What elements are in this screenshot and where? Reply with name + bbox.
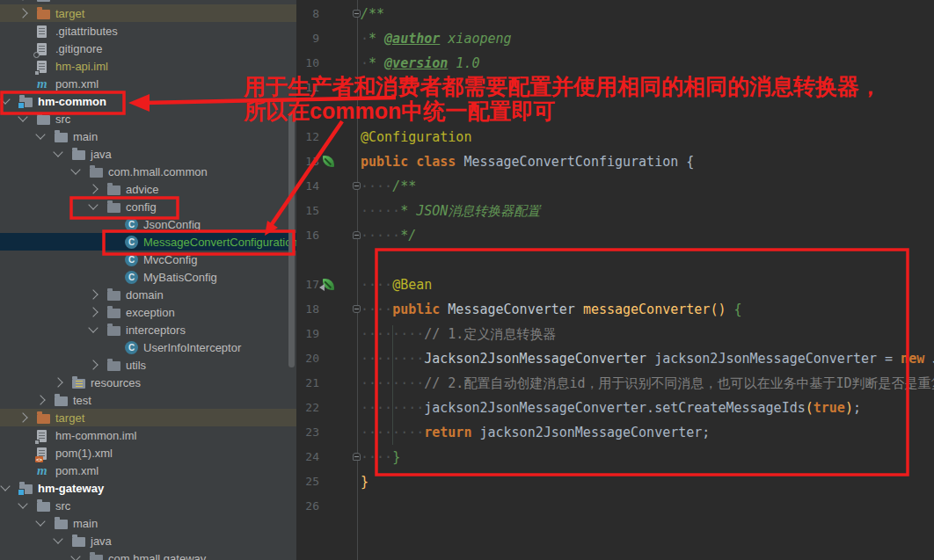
tree-item-target[interactable]: target bbox=[0, 4, 296, 22]
tree-item-src[interactable]: src bbox=[0, 497, 296, 514]
chevron-right-icon[interactable] bbox=[18, 412, 27, 422]
chevron-right-icon[interactable] bbox=[18, 0, 27, 1]
excluded-folder-icon bbox=[37, 10, 50, 19]
chevron-right-icon[interactable] bbox=[88, 289, 98, 299]
tree-item-label: main bbox=[73, 130, 98, 143]
spring-bean-icon[interactable] bbox=[323, 156, 334, 167]
chevron-down-icon[interactable] bbox=[88, 323, 98, 332]
spring-bean-icon[interactable] bbox=[323, 279, 334, 290]
tree-item-label: interceptors bbox=[126, 324, 186, 337]
tree-item-interceptors[interactable]: interceptors bbox=[0, 321, 296, 338]
tree-item-label: hm-common bbox=[38, 95, 106, 108]
tree-item-label: target bbox=[55, 7, 84, 20]
tree-item-domain[interactable]: domain bbox=[0, 286, 296, 303]
chevron-right-icon[interactable] bbox=[88, 184, 98, 193]
tree-item-messageconvertconfiguration[interactable]: CMessageConvertConfiguration bbox=[0, 233, 296, 251]
tree-item-jsonconfig[interactable]: CJsonConfig bbox=[0, 215, 296, 233]
tree-item-config[interactable]: config bbox=[0, 198, 296, 215]
folder-icon bbox=[72, 150, 85, 160]
chevron-right-icon[interactable] bbox=[18, 8, 27, 18]
tree-item-.gitignore[interactable]: .gitignore bbox=[0, 40, 296, 57]
package-folder-icon bbox=[90, 555, 103, 560]
tree-item-test[interactable]: test bbox=[0, 391, 296, 409]
tree-item-label: UserInfoInterceptor bbox=[143, 341, 241, 354]
code-line-19[interactable]: 19········// 1.定义消息转换器 bbox=[296, 322, 934, 346]
code-line-21[interactable]: 21········// 2.配置自动创建消息id，用于识别不同消息，也可以在业… bbox=[296, 371, 934, 396]
tree-item-label: .gitattributes bbox=[55, 25, 118, 38]
tree-item-pom-1-.xml[interactable]: pom(1).xml bbox=[0, 444, 296, 462]
tree-item-utils[interactable]: utils bbox=[0, 356, 296, 374]
code-line-11[interactable]: 11 bbox=[296, 76, 934, 100]
tree-item-main[interactable]: main bbox=[0, 514, 296, 532]
fold-marker-icon[interactable] bbox=[353, 231, 361, 239]
code-line-16[interactable]: 16·····*/ bbox=[296, 223, 934, 248]
code-line-8[interactable]: 8/** bbox=[296, 2, 934, 26]
tree-item-hm-common.iml[interactable]: hm-common.iml bbox=[0, 426, 296, 444]
chevron-down-icon[interactable] bbox=[70, 551, 80, 560]
tree-item-label: hm-gateway bbox=[38, 482, 104, 495]
fold-marker-icon[interactable] bbox=[353, 305, 361, 313]
chevron-down-icon[interactable] bbox=[0, 94, 10, 104]
tree-item-userinfointerceptor[interactable]: CUserInfoInterceptor bbox=[0, 338, 296, 356]
tree-item-hm-common[interactable]: hm-common bbox=[0, 92, 296, 110]
folder-icon bbox=[55, 520, 68, 529]
tree-item-resources[interactable]: resources bbox=[0, 374, 296, 391]
tree-item-java[interactable]: java bbox=[0, 145, 296, 163]
tree-item-pom.xml[interactable]: mpom.xml bbox=[0, 462, 296, 479]
tree-item-pom.xml[interactable]: mpom.xml bbox=[0, 75, 296, 92]
tree-scrollbar[interactable] bbox=[288, 113, 295, 367]
code-line-10[interactable]: 10·* @version 1.0 bbox=[296, 51, 934, 76]
line-number: 15 bbox=[296, 199, 319, 223]
tree-item-label: target bbox=[55, 411, 84, 425]
code-line-26[interactable]: 26 bbox=[296, 494, 934, 519]
fold-marker-icon[interactable] bbox=[353, 10, 361, 18]
code-line-25[interactable]: 25} bbox=[296, 469, 934, 494]
code-line-15[interactable]: 15·····* JSON消息转换器配置 bbox=[296, 199, 934, 223]
chevron-down-icon[interactable] bbox=[88, 200, 98, 209]
chevron-right-icon[interactable] bbox=[53, 377, 62, 387]
chevron-down-icon[interactable] bbox=[18, 498, 27, 508]
tree-item-main[interactable]: main bbox=[0, 127, 296, 145]
line-number: 26 bbox=[296, 494, 319, 519]
code-line-22[interactable]: 22········jackson2JsonMessageConverter.s… bbox=[296, 396, 934, 420]
code-line-20[interactable]: 20········Jackson2JsonMessageConverter j… bbox=[296, 346, 934, 371]
chevron-right-icon[interactable] bbox=[35, 395, 45, 404]
chevron-down-icon[interactable] bbox=[53, 534, 62, 543]
line-number: 21 bbox=[296, 371, 319, 396]
tree-item-hm-api.iml[interactable]: hm-api.iml bbox=[0, 57, 296, 75]
code-editor-panel[interactable]: 8/**9·* @author xiaopeng10·* @version 1.… bbox=[296, 0, 934, 560]
chevron-down-icon[interactable] bbox=[35, 516, 45, 526]
tree-item-hm-gateway[interactable]: hm-gateway bbox=[0, 479, 296, 497]
chevron-down-icon[interactable] bbox=[35, 129, 45, 139]
code-line-24[interactable]: 24····} bbox=[296, 445, 934, 469]
code-line-23[interactable]: 23········return jackson2JsonMessageConv… bbox=[296, 420, 934, 445]
tree-item-com.hmall.common[interactable]: com.hmall.common bbox=[0, 163, 296, 180]
code-line-13[interactable]: 13public class MessageConvertConfigurati… bbox=[296, 149, 934, 174]
code-line-12[interactable]: 12@Configuration bbox=[296, 125, 934, 149]
code-line-17[interactable]: 17····@Bean bbox=[296, 273, 934, 297]
tree-item-com.hmall.gateway[interactable]: com.hmall.gateway bbox=[0, 549, 296, 560]
tree-item-label: utils bbox=[126, 359, 146, 372]
chevron-right-icon[interactable] bbox=[88, 307, 98, 316]
code-line-14[interactable]: 14····/** bbox=[296, 174, 934, 199]
chevron-down-icon[interactable] bbox=[53, 147, 62, 156]
chevron-down-icon[interactable] bbox=[70, 164, 80, 174]
package-folder-icon bbox=[107, 291, 120, 301]
tree-item-exception[interactable]: exception bbox=[0, 303, 296, 321]
line-number: 18 bbox=[296, 297, 319, 322]
tree-item-java[interactable]: java bbox=[0, 532, 296, 549]
chevron-down-icon[interactable] bbox=[18, 112, 27, 121]
tree-item-mybatisconfig[interactable]: CMyBatisConfig bbox=[0, 268, 296, 286]
tree-item-.gitattributes[interactable]: .gitattributes bbox=[0, 22, 296, 40]
tree-item-src[interactable]: src bbox=[0, 110, 296, 127]
gitignore-file-icon bbox=[37, 43, 47, 55]
code-line-9[interactable]: 9·* @author xiaopeng bbox=[296, 26, 934, 51]
code-line-18[interactable]: 18····public MessageConverter messageCon… bbox=[296, 297, 934, 322]
tree-item-target[interactable]: target bbox=[0, 409, 296, 426]
fold-marker-icon[interactable] bbox=[353, 453, 361, 461]
fold-marker-icon[interactable] bbox=[353, 182, 361, 190]
chevron-down-icon[interactable] bbox=[0, 481, 10, 491]
tree-item-advice[interactable]: advice bbox=[0, 180, 296, 198]
chevron-right-icon[interactable] bbox=[88, 360, 98, 369]
tree-item-mvcconfig[interactable]: CMvcConfig bbox=[0, 251, 296, 268]
